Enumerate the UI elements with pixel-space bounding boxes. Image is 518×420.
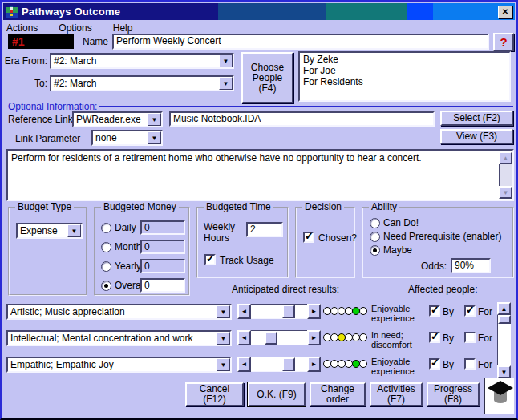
- slider-thumb[interactable]: [282, 305, 295, 318]
- cancel-button[interactable]: Cancel (F12): [185, 382, 244, 406]
- overall-radio[interactable]: [101, 281, 111, 291]
- arrow-left-icon[interactable]: ◄: [237, 357, 251, 372]
- scroll-up-icon[interactable]: ▲: [497, 302, 511, 315]
- reference-link-dropdown[interactable]: PWReader.exe ▼: [72, 111, 163, 127]
- daily-radio[interactable]: [101, 223, 111, 233]
- close-button[interactable]: ✕: [498, 6, 512, 18]
- for-checkbox[interactable]: [464, 332, 476, 343]
- reference-file-input[interactable]: Music Notebook.IDA: [169, 111, 435, 127]
- chevron-down-icon[interactable]: ▼: [217, 358, 230, 371]
- yearly-amount-field[interactable]: 0: [140, 259, 185, 273]
- arrow-right-icon[interactable]: ►: [307, 330, 321, 345]
- for-checkbox[interactable]: [464, 358, 476, 370]
- era-to-dropdown[interactable]: #2: March ▼: [50, 75, 234, 91]
- activities-button[interactable]: Activities (F7): [370, 382, 423, 406]
- monthly-radio[interactable]: [101, 242, 111, 252]
- title-bar: Pathways Outcome ✕: [3, 3, 515, 20]
- name-label: Name: [83, 36, 108, 47]
- result-description: Enjoyable experience: [371, 305, 429, 323]
- people-listbox[interactable]: By Zeke For Joe For Residents: [298, 51, 511, 102]
- can-do-radio[interactable]: [370, 218, 380, 228]
- dot-icon: [359, 333, 367, 341]
- choose-people-button[interactable]: Choose People (F4): [241, 52, 293, 103]
- results-scrollbar[interactable]: ▲ ▼: [497, 302, 511, 378]
- slider-track[interactable]: [251, 330, 307, 345]
- result-category-dropdown[interactable]: Intellectual; Mental concentration and w…: [6, 330, 232, 346]
- chevron-down-icon[interactable]: ▼: [148, 131, 161, 144]
- result-category-dropdown[interactable]: Artistic; Music appreciation ▼: [6, 304, 232, 320]
- budget-type-dropdown[interactable]: Expense ▼: [16, 223, 83, 239]
- list-item[interactable]: For Joe: [300, 65, 509, 76]
- reference-link-value: PWReader.exe: [74, 114, 148, 125]
- era-to-label: To:: [2, 78, 47, 89]
- chosen-checkbox[interactable]: [303, 232, 314, 243]
- ok-button[interactable]: O.K. (F9): [248, 382, 306, 406]
- result-intensity-slider[interactable]: ◄ ►: [237, 304, 321, 319]
- arrow-right-icon[interactable]: ►: [307, 357, 321, 372]
- by-checkbox[interactable]: [429, 305, 440, 317]
- scrollbar-track[interactable]: [497, 315, 511, 365]
- scroll-up-icon[interactable]: ▲: [499, 151, 512, 164]
- odds-field[interactable]: 90%: [451, 258, 491, 273]
- chevron-down-icon[interactable]: ▼: [217, 305, 230, 318]
- menu-help[interactable]: Help: [111, 22, 135, 34]
- arrow-left-icon[interactable]: ◄: [237, 304, 251, 319]
- chevron-down-icon[interactable]: ▼: [219, 55, 233, 67]
- by-checkbox[interactable]: [429, 358, 440, 370]
- help-button[interactable]: ?: [493, 33, 514, 51]
- result-intensity-slider[interactable]: ◄ ►: [237, 357, 321, 372]
- arrow-left-icon[interactable]: ◄: [237, 330, 251, 345]
- budget-type-group: Budget Type Expense ▼: [8, 207, 87, 296]
- description-text: Perform for residents of a retirement ho…: [11, 152, 422, 164]
- for-checkbox[interactable]: [464, 305, 476, 317]
- need-prerequisite-label: Need Prerequisite (enabler): [383, 231, 501, 242]
- affected-people-label: Affected people:: [408, 284, 478, 295]
- description-textarea[interactable]: Perform for residents of a retirement ho…: [6, 149, 514, 201]
- era-from-label: Era From:: [2, 55, 47, 67]
- budget-type-value: Expense: [18, 225, 67, 236]
- link-parameter-dropdown[interactable]: none ▼: [91, 130, 163, 146]
- budget-type-legend: Budget Type: [15, 201, 74, 212]
- result-category-dropdown[interactable]: Empathic; Empathic Joy ▼: [6, 357, 232, 373]
- chevron-down-icon[interactable]: ▼: [148, 113, 161, 126]
- chevron-down-icon[interactable]: ▼: [219, 77, 233, 90]
- monthly-amount-field[interactable]: 0: [140, 240, 185, 254]
- slider-track[interactable]: [251, 357, 307, 372]
- graduation-cap-icon: [484, 378, 514, 414]
- name-input[interactable]: Perform Weekly Concert: [112, 34, 489, 50]
- menu-actions[interactable]: Actions: [5, 22, 39, 34]
- view-button[interactable]: View (F3): [440, 129, 513, 144]
- list-item[interactable]: By Zeke: [300, 54, 509, 65]
- select-button[interactable]: Select (F2): [440, 111, 513, 126]
- need-prerequisite-radio[interactable]: [370, 232, 380, 242]
- slider-thumb[interactable]: [282, 357, 295, 371]
- track-usage-checkbox[interactable]: [204, 254, 216, 265]
- arrow-right-icon[interactable]: ►: [307, 304, 321, 319]
- scrollbar-track[interactable]: [499, 164, 512, 186]
- era-from-dropdown[interactable]: #2: March ▼: [50, 53, 234, 69]
- daily-amount-field[interactable]: 0: [140, 220, 185, 235]
- ability-group: Ability Can Do! Need Prerequisite (enabl…: [362, 207, 514, 278]
- weekly-hours-field[interactable]: 2: [246, 222, 283, 237]
- maybe-radio[interactable]: [370, 245, 380, 256]
- by-checkbox[interactable]: [429, 332, 440, 343]
- scrollbar-thumb[interactable]: [498, 315, 511, 324]
- progress-button[interactable]: Progress (F8): [427, 382, 480, 406]
- overall-amount-field[interactable]: 0: [140, 278, 185, 293]
- scroll-down-icon[interactable]: ▼: [497, 365, 511, 378]
- for-label: For: [478, 359, 492, 370]
- result-intensity-slider[interactable]: ◄ ►: [237, 330, 321, 345]
- rating-dots: [323, 360, 366, 368]
- slider-track[interactable]: [251, 304, 307, 319]
- yearly-radio[interactable]: [101, 261, 111, 272]
- chevron-down-icon[interactable]: ▼: [217, 332, 230, 345]
- by-label: By: [443, 359, 454, 370]
- change-order-button[interactable]: Change order: [310, 382, 366, 406]
- by-label: By: [443, 333, 454, 344]
- chevron-down-icon[interactable]: ▼: [67, 224, 81, 237]
- slider-thumb[interactable]: [265, 331, 277, 345]
- scroll-down-icon[interactable]: ▼: [499, 186, 512, 199]
- description-scrollbar[interactable]: ▲ ▼: [499, 151, 512, 199]
- list-item[interactable]: For Residents: [300, 76, 509, 87]
- menu-options[interactable]: Options: [57, 22, 93, 34]
